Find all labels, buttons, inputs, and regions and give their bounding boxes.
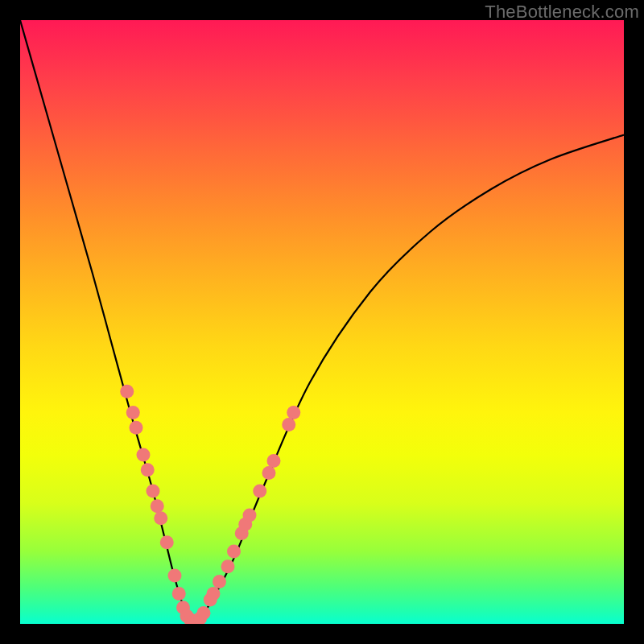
watermark-text: TheBottleneck.com — [485, 2, 639, 23]
data-marker — [126, 406, 140, 419]
data-marker — [262, 466, 276, 480]
data-marker — [227, 545, 241, 559]
data-marker — [221, 559, 235, 573]
data-marker — [172, 587, 186, 601]
data-marker — [130, 421, 143, 435]
data-marker — [154, 511, 167, 525]
data-marker — [151, 499, 164, 513]
data-marker — [141, 463, 155, 477]
data-marker — [160, 535, 174, 549]
data-marker — [147, 485, 160, 498]
data-marker — [253, 485, 266, 498]
data-marker — [207, 587, 221, 601]
data-marker — [287, 406, 300, 419]
data-marker — [120, 385, 134, 398]
data-marker — [137, 448, 151, 462]
data-marker — [197, 606, 211, 620]
curve-svg — [20, 20, 624, 624]
plot-area — [20, 20, 624, 624]
data-marker — [168, 569, 182, 583]
data-marker — [213, 575, 226, 588]
bottleneck-curve — [20, 20, 624, 623]
data-marker — [267, 454, 281, 468]
data-marker — [243, 509, 257, 522]
data-marker — [282, 418, 295, 431]
chart-frame: TheBottleneck.com — [0, 0, 644, 644]
data-markers — [120, 385, 300, 624]
